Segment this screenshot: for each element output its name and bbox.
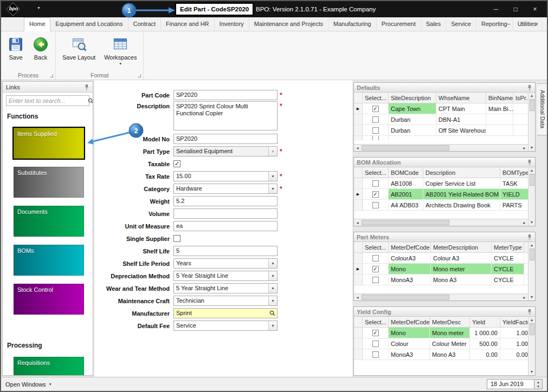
grid-row[interactable]: MonoA3Mono A30.000.00 [354, 349, 528, 360]
row-checkbox[interactable]: ✓ [372, 106, 379, 112]
row-checkbox[interactable] [372, 351, 379, 358]
search-icon[interactable] [88, 98, 93, 104]
vertical-scrollbar[interactable]: ▲▼ [528, 167, 535, 226]
row-checkbox[interactable] [372, 255, 379, 262]
field-part-code[interactable]: SP2020 [173, 90, 278, 100]
lookup-search-icon[interactable] [269, 310, 275, 316]
scroll-track[interactable] [361, 145, 521, 151]
dialog-launcher-icon[interactable] [50, 74, 53, 77]
column-header-meterdefcode[interactable]: MeterDefCode [389, 317, 430, 327]
field-taxable[interactable]: ✓ [173, 160, 180, 167]
scroll-left-icon[interactable]: ◄ [354, 296, 361, 299]
spin-up-icon[interactable]: ▲ [537, 380, 540, 384]
tile-stock-control[interactable]: Stock Control [14, 284, 84, 315]
workspaces-button[interactable]: Workspaces ▼ [100, 34, 141, 68]
mdi-close-button[interactable]: × [531, 20, 543, 29]
row-checkbox[interactable]: ✓ [372, 191, 379, 198]
tab-maintenance-and-projects[interactable]: Maintenance and Projects [249, 17, 328, 31]
grid-row[interactable]: DurbanDBN-A1 [354, 114, 528, 125]
horizontal-scrollbar[interactable]: ◄► [354, 293, 528, 300]
vertical-scrollbar[interactable]: ▲▼ [528, 93, 535, 151]
tab-contract[interactable]: Contract [128, 17, 162, 31]
row-checkbox[interactable] [372, 180, 379, 187]
grid-row[interactable]: ✓MonoMono meter1 000.001.00 [354, 328, 528, 338]
horizontal-scrollbar[interactable]: ◄► [354, 219, 528, 226]
grid-row[interactable]: ▶✓AB2001AB2001 Yield Related BOMYIELD [354, 189, 528, 200]
tab-manufacturing[interactable]: Manufacturing [328, 17, 377, 31]
dropdown-arrow-icon[interactable]: ▼ [268, 321, 277, 330]
bpo-logo-icon[interactable]: bpo [5, 2, 22, 16]
vertical-scrollbar[interactable]: ▲▼ [528, 317, 535, 375]
grid-row[interactable]: ▶✓Cape TownCPT MainMain Bi... [354, 103, 528, 114]
grid-row[interactable]: MonoA3Mono A3CYCLE [354, 275, 528, 285]
scroll-thumb[interactable] [530, 323, 534, 335]
column-header-metertype[interactable]: MeterType [492, 242, 524, 252]
field-tax-rate[interactable]: 15.00▼ [173, 171, 278, 181]
column-header-meterdescription[interactable]: MeterDescription [431, 242, 492, 252]
field-wear-and-tear-method[interactable]: 5 Year Straight Line▼ [173, 283, 278, 293]
column-header-yieldfactor[interactable]: YieldFactor [500, 317, 528, 327]
field-category[interactable]: Hardware▼ [173, 184, 278, 194]
tile-items-supplied[interactable]: Items Supplied [14, 128, 84, 159]
scroll-track[interactable] [361, 294, 521, 300]
tab-procurement[interactable]: Procurement [377, 17, 421, 31]
scroll-right-icon[interactable]: ► [521, 221, 528, 225]
tile-substitutes[interactable]: Substitutes [14, 167, 84, 198]
dropdown-arrow-icon[interactable]: ▼ [268, 259, 277, 268]
scroll-down-icon[interactable]: ▼ [530, 145, 534, 151]
save-button[interactable]: Save [3, 34, 28, 63]
dropdown-arrow-icon[interactable]: ▼ [268, 296, 277, 305]
pin-icon[interactable] [527, 309, 532, 315]
field-shelf-life[interactable]: 5 [173, 246, 278, 256]
row-checkbox[interactable]: ✓ [372, 330, 379, 336]
pin-icon[interactable] [84, 84, 89, 90]
column-header-meterdefcode[interactable]: MeterDefCode [389, 242, 431, 252]
row-checkbox[interactable] [372, 202, 379, 208]
field-model-no[interactable]: SP2020 [173, 134, 278, 144]
pin-icon[interactable] [527, 84, 532, 91]
tab-service[interactable]: Service [446, 17, 476, 31]
scroll-up-icon[interactable]: ▲ [530, 93, 534, 99]
tab-additional-data[interactable]: Additional Data [537, 83, 547, 135]
column-header-select[interactable]: Select... [363, 242, 389, 252]
scroll-thumb[interactable] [530, 99, 534, 111]
field-weight[interactable]: 5.2 [173, 196, 278, 206]
row-checkbox[interactable] [372, 127, 379, 134]
field-description[interactable]: SP2020 Sprint Colour Multi Functional Co… [173, 101, 278, 130]
row-checkbox[interactable]: ✓ [372, 266, 379, 272]
row-checkbox[interactable] [372, 136, 379, 140]
scroll-left-icon[interactable]: ◄ [354, 146, 361, 150]
dropdown-arrow-icon[interactable]: ▼ [268, 284, 277, 293]
vertical-scrollbar[interactable]: ▲▼ [528, 242, 535, 300]
field-depreciation-method[interactable]: 5 Year Straight Line▼ [173, 271, 278, 281]
field-volume[interactable] [173, 208, 278, 219]
field-single-supplier[interactable] [173, 235, 180, 242]
scroll-track[interactable] [361, 219, 521, 226]
tab-home[interactable]: Home [24, 17, 50, 31]
date-picker[interactable]: 18 Jun 2019 [487, 379, 534, 389]
column-header-yield[interactable]: Yield [470, 317, 500, 327]
column-header-meterdesc[interactable]: MeterDesc [430, 317, 470, 327]
tile-documents[interactable]: Documents [14, 206, 84, 237]
field-unit-of-measure[interactable]: ea [173, 221, 278, 231]
column-header-bomcode[interactable]: BOMCode [389, 167, 423, 178]
horizontal-scrollbar[interactable]: ◄► [354, 144, 528, 151]
column-header-bomtype[interactable]: BOMType [500, 167, 528, 178]
scroll-right-icon[interactable]: ► [521, 296, 528, 299]
field-shelf-life-period[interactable]: Years▼ [173, 258, 278, 269]
pin-icon[interactable] [527, 234, 532, 240]
grid-row[interactable]: ColourColour Meter500.001.00 [354, 338, 528, 349]
scroll-thumb[interactable] [362, 220, 449, 225]
scroll-right-icon[interactable]: ► [521, 146, 528, 150]
field-maintenance-craft[interactable]: Technician▼ [173, 296, 278, 306]
scroll-left-icon[interactable]: ◄ [354, 221, 361, 225]
tab-finance-and-hr[interactable]: Finance and HR [161, 17, 215, 31]
tab-equipment-and-locations[interactable]: Equipment and Locations [50, 17, 128, 31]
scroll-up-icon[interactable]: ▲ [530, 317, 534, 323]
column-header-sitedescription[interactable]: SiteDescription [389, 93, 436, 103]
minimize-button[interactable]: ─ [486, 1, 506, 17]
dropdown-arrow-icon[interactable]: ▼ [268, 271, 277, 280]
close-button[interactable]: × [525, 1, 545, 17]
column-header-select[interactable]: Select... [363, 93, 389, 103]
back-button[interactable]: Back [28, 34, 53, 63]
